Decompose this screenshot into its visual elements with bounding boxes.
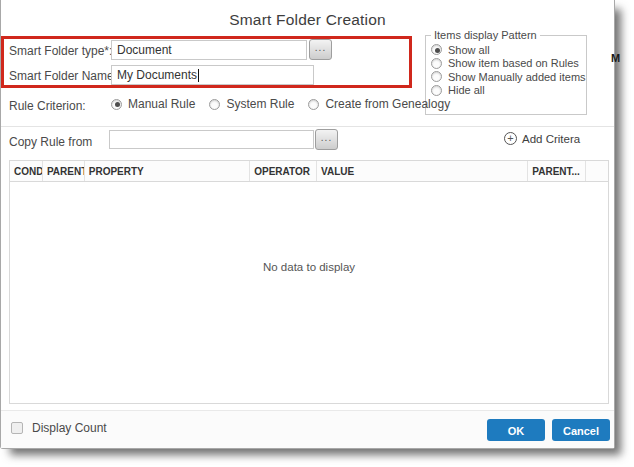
- circled-plus-icon: +: [504, 132, 517, 145]
- add-criteria-label: Add Critera: [522, 133, 580, 145]
- radio-label: Hide all: [448, 84, 485, 96]
- display-count-option[interactable]: Display Count: [11, 421, 107, 435]
- column-header-parent-1[interactable]: PARENT...: [42, 161, 84, 181]
- radio-show-manually-added-items[interactable]: Show Manually added items: [431, 71, 586, 83]
- screen: Smart Folder Creation Smart Folder type*…: [0, 0, 634, 467]
- radio-label: Show Manually added items: [448, 71, 586, 83]
- smart-folder-creation-dialog: Smart Folder Creation Smart Folder type*…: [0, 0, 615, 449]
- rule-criterion-label: Rule Criterion:: [9, 99, 86, 113]
- empty-table-message: No data to display: [10, 261, 608, 273]
- radio-hide-all[interactable]: Hide all: [431, 84, 586, 96]
- items-display-pattern-legend: Items display Pattern: [431, 29, 540, 41]
- radio-show-item-based-on-rules[interactable]: Show item based on Rules: [431, 57, 586, 69]
- dialog-title: Smart Folder Creation: [1, 11, 614, 29]
- radio-button-icon[interactable]: [431, 71, 442, 82]
- ok-button[interactable]: OK: [487, 419, 545, 441]
- add-criteria-button[interactable]: + Add Critera: [504, 132, 580, 145]
- column-header-property[interactable]: PROPERTY: [84, 161, 249, 181]
- display-count-checkbox[interactable]: [11, 422, 23, 434]
- section-divider: [1, 126, 614, 127]
- radio-create-from-genealogy[interactable]: Create from Genealogy: [325, 97, 450, 111]
- radio-button-icon[interactable]: [209, 99, 220, 110]
- display-count-label: Display Count: [32, 421, 107, 435]
- smart-folder-type-browse-button[interactable]: ...: [309, 39, 332, 60]
- radio-manual-rule[interactable]: Manual Rule: [128, 97, 195, 111]
- column-header-operator[interactable]: OPERATOR: [249, 161, 316, 181]
- column-header-condition[interactable]: COND...: [10, 161, 42, 181]
- radio-button-icon[interactable]: [431, 44, 442, 55]
- radio-button-icon[interactable]: [431, 58, 442, 69]
- radio-button-icon[interactable]: [308, 99, 319, 110]
- radio-label: Show all: [448, 44, 490, 56]
- radio-system-rule[interactable]: System Rule: [226, 97, 294, 111]
- smart-folder-type-input[interactable]: Document: [111, 40, 307, 60]
- smart-folder-name-value: My Documents: [117, 68, 197, 82]
- text-cursor: [198, 69, 199, 82]
- rule-criterion-options: Manual Rule System Rule Create from Gene…: [111, 97, 458, 111]
- radio-show-all[interactable]: Show all: [431, 44, 586, 56]
- criteria-table-header: COND... PARENT... PROPERTY OPERATOR VALU…: [10, 161, 608, 182]
- column-header-parent-2[interactable]: PARENT...: [527, 161, 585, 181]
- criteria-table: COND... PARENT... PROPERTY OPERATOR VALU…: [9, 160, 609, 404]
- column-header-value[interactable]: VALUE: [316, 161, 527, 181]
- radio-label: Show item based on Rules: [448, 57, 579, 69]
- copy-rule-from-input[interactable]: [109, 130, 314, 149]
- smart-folder-name-label: Smart Folder Name*:: [9, 69, 122, 83]
- background-text-fragment: M: [611, 52, 620, 64]
- copy-rule-from-label: Copy Rule from: [9, 135, 92, 149]
- radio-button-icon[interactable]: [431, 85, 442, 96]
- column-header-blank[interactable]: [585, 161, 608, 181]
- smart-folder-name-input[interactable]: My Documents: [111, 65, 314, 85]
- cancel-button[interactable]: Cancel: [552, 419, 610, 441]
- copy-rule-browse-button[interactable]: ...: [315, 129, 338, 150]
- smart-folder-type-label: Smart Folder type*:: [9, 44, 112, 58]
- radio-button-icon[interactable]: [111, 99, 122, 110]
